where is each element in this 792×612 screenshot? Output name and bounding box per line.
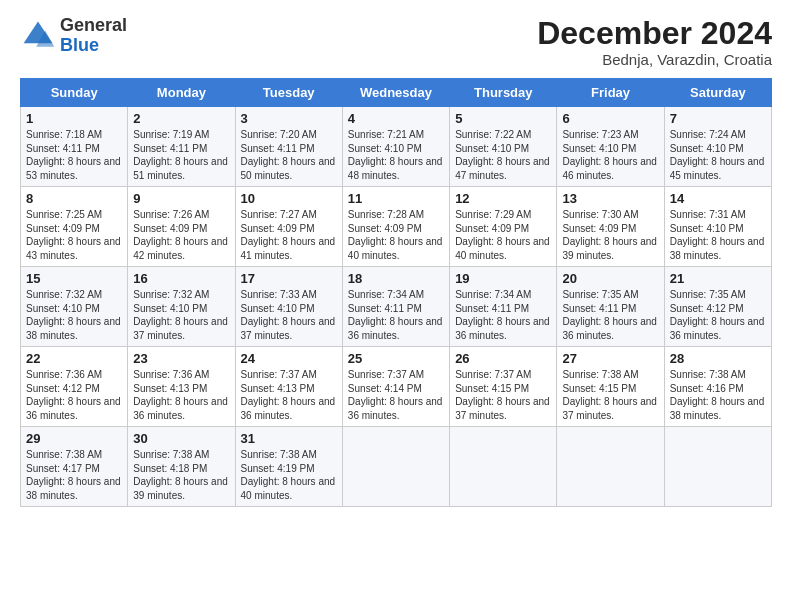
calendar-week-3: 15 Sunrise: 7:32 AMSunset: 4:10 PMDaylig… — [21, 267, 772, 347]
calendar-cell: 8 Sunrise: 7:25 AMSunset: 4:09 PMDayligh… — [21, 187, 128, 267]
logo-text: General Blue — [60, 16, 127, 56]
day-info: Sunrise: 7:35 AMSunset: 4:11 PMDaylight:… — [562, 289, 657, 341]
day-info: Sunrise: 7:29 AMSunset: 4:09 PMDaylight:… — [455, 209, 550, 261]
calendar-cell — [342, 427, 449, 507]
month-title: December 2024 — [537, 16, 772, 51]
day-info: Sunrise: 7:32 AMSunset: 4:10 PMDaylight:… — [133, 289, 228, 341]
calendar-cell: 1 Sunrise: 7:18 AMSunset: 4:11 PMDayligh… — [21, 107, 128, 187]
calendar-cell: 11 Sunrise: 7:28 AMSunset: 4:09 PMDaylig… — [342, 187, 449, 267]
header: General Blue December 2024 Bednja, Varaz… — [20, 16, 772, 68]
weekday-header-thursday: Thursday — [450, 79, 557, 107]
day-number: 23 — [133, 351, 229, 366]
day-info: Sunrise: 7:34 AMSunset: 4:11 PMDaylight:… — [348, 289, 443, 341]
calendar-table: SundayMondayTuesdayWednesdayThursdayFrid… — [20, 78, 772, 507]
day-info: Sunrise: 7:34 AMSunset: 4:11 PMDaylight:… — [455, 289, 550, 341]
day-number: 31 — [241, 431, 337, 446]
weekday-header-friday: Friday — [557, 79, 664, 107]
calendar-cell: 31 Sunrise: 7:38 AMSunset: 4:19 PMDaylig… — [235, 427, 342, 507]
day-info: Sunrise: 7:38 AMSunset: 4:15 PMDaylight:… — [562, 369, 657, 421]
day-info: Sunrise: 7:31 AMSunset: 4:10 PMDaylight:… — [670, 209, 765, 261]
calendar-cell: 30 Sunrise: 7:38 AMSunset: 4:18 PMDaylig… — [128, 427, 235, 507]
day-number: 19 — [455, 271, 551, 286]
logo-icon — [20, 18, 56, 54]
day-number: 5 — [455, 111, 551, 126]
calendar-cell: 2 Sunrise: 7:19 AMSunset: 4:11 PMDayligh… — [128, 107, 235, 187]
day-info: Sunrise: 7:38 AMSunset: 4:19 PMDaylight:… — [241, 449, 336, 501]
day-info: Sunrise: 7:19 AMSunset: 4:11 PMDaylight:… — [133, 129, 228, 181]
calendar-cell: 5 Sunrise: 7:22 AMSunset: 4:10 PMDayligh… — [450, 107, 557, 187]
day-info: Sunrise: 7:24 AMSunset: 4:10 PMDaylight:… — [670, 129, 765, 181]
day-number: 14 — [670, 191, 766, 206]
calendar-cell: 18 Sunrise: 7:34 AMSunset: 4:11 PMDaylig… — [342, 267, 449, 347]
day-number: 8 — [26, 191, 122, 206]
day-info: Sunrise: 7:36 AMSunset: 4:13 PMDaylight:… — [133, 369, 228, 421]
day-number: 2 — [133, 111, 229, 126]
day-number: 18 — [348, 271, 444, 286]
calendar-cell: 20 Sunrise: 7:35 AMSunset: 4:11 PMDaylig… — [557, 267, 664, 347]
weekday-header-sunday: Sunday — [21, 79, 128, 107]
calendar-cell: 12 Sunrise: 7:29 AMSunset: 4:09 PMDaylig… — [450, 187, 557, 267]
day-number: 26 — [455, 351, 551, 366]
day-info: Sunrise: 7:36 AMSunset: 4:12 PMDaylight:… — [26, 369, 121, 421]
day-info: Sunrise: 7:38 AMSunset: 4:17 PMDaylight:… — [26, 449, 121, 501]
day-number: 30 — [133, 431, 229, 446]
day-info: Sunrise: 7:30 AMSunset: 4:09 PMDaylight:… — [562, 209, 657, 261]
calendar-cell: 25 Sunrise: 7:37 AMSunset: 4:14 PMDaylig… — [342, 347, 449, 427]
day-number: 12 — [455, 191, 551, 206]
calendar-cell — [664, 427, 771, 507]
calendar-week-5: 29 Sunrise: 7:38 AMSunset: 4:17 PMDaylig… — [21, 427, 772, 507]
day-info: Sunrise: 7:21 AMSunset: 4:10 PMDaylight:… — [348, 129, 443, 181]
day-info: Sunrise: 7:37 AMSunset: 4:15 PMDaylight:… — [455, 369, 550, 421]
day-number: 22 — [26, 351, 122, 366]
day-info: Sunrise: 7:27 AMSunset: 4:09 PMDaylight:… — [241, 209, 336, 261]
day-number: 20 — [562, 271, 658, 286]
day-info: Sunrise: 7:32 AMSunset: 4:10 PMDaylight:… — [26, 289, 121, 341]
day-info: Sunrise: 7:37 AMSunset: 4:14 PMDaylight:… — [348, 369, 443, 421]
logo: General Blue — [20, 16, 127, 56]
day-info: Sunrise: 7:26 AMSunset: 4:09 PMDaylight:… — [133, 209, 228, 261]
day-number: 21 — [670, 271, 766, 286]
day-number: 11 — [348, 191, 444, 206]
calendar-cell: 15 Sunrise: 7:32 AMSunset: 4:10 PMDaylig… — [21, 267, 128, 347]
calendar-cell — [450, 427, 557, 507]
calendar-cell: 7 Sunrise: 7:24 AMSunset: 4:10 PMDayligh… — [664, 107, 771, 187]
calendar-cell: 6 Sunrise: 7:23 AMSunset: 4:10 PMDayligh… — [557, 107, 664, 187]
title-block: December 2024 Bednja, Varazdin, Croatia — [537, 16, 772, 68]
day-info: Sunrise: 7:22 AMSunset: 4:10 PMDaylight:… — [455, 129, 550, 181]
location: Bednja, Varazdin, Croatia — [537, 51, 772, 68]
calendar-cell: 9 Sunrise: 7:26 AMSunset: 4:09 PMDayligh… — [128, 187, 235, 267]
day-info: Sunrise: 7:38 AMSunset: 4:16 PMDaylight:… — [670, 369, 765, 421]
calendar-cell: 19 Sunrise: 7:34 AMSunset: 4:11 PMDaylig… — [450, 267, 557, 347]
day-number: 28 — [670, 351, 766, 366]
page: General Blue December 2024 Bednja, Varaz… — [0, 0, 792, 612]
weekday-header-wednesday: Wednesday — [342, 79, 449, 107]
calendar-cell: 27 Sunrise: 7:38 AMSunset: 4:15 PMDaylig… — [557, 347, 664, 427]
day-info: Sunrise: 7:23 AMSunset: 4:10 PMDaylight:… — [562, 129, 657, 181]
day-number: 25 — [348, 351, 444, 366]
day-number: 4 — [348, 111, 444, 126]
calendar-week-1: 1 Sunrise: 7:18 AMSunset: 4:11 PMDayligh… — [21, 107, 772, 187]
day-info: Sunrise: 7:20 AMSunset: 4:11 PMDaylight:… — [241, 129, 336, 181]
day-info: Sunrise: 7:28 AMSunset: 4:09 PMDaylight:… — [348, 209, 443, 261]
calendar-cell: 28 Sunrise: 7:38 AMSunset: 4:16 PMDaylig… — [664, 347, 771, 427]
weekday-header-saturday: Saturday — [664, 79, 771, 107]
logo-general: General — [60, 15, 127, 35]
day-number: 15 — [26, 271, 122, 286]
calendar-cell: 13 Sunrise: 7:30 AMSunset: 4:09 PMDaylig… — [557, 187, 664, 267]
day-info: Sunrise: 7:25 AMSunset: 4:09 PMDaylight:… — [26, 209, 121, 261]
calendar-cell: 17 Sunrise: 7:33 AMSunset: 4:10 PMDaylig… — [235, 267, 342, 347]
weekday-header-tuesday: Tuesday — [235, 79, 342, 107]
day-number: 3 — [241, 111, 337, 126]
weekday-header-monday: Monday — [128, 79, 235, 107]
day-info: Sunrise: 7:35 AMSunset: 4:12 PMDaylight:… — [670, 289, 765, 341]
day-number: 1 — [26, 111, 122, 126]
day-number: 17 — [241, 271, 337, 286]
calendar-cell: 3 Sunrise: 7:20 AMSunset: 4:11 PMDayligh… — [235, 107, 342, 187]
calendar-cell: 21 Sunrise: 7:35 AMSunset: 4:12 PMDaylig… — [664, 267, 771, 347]
calendar-week-4: 22 Sunrise: 7:36 AMSunset: 4:12 PMDaylig… — [21, 347, 772, 427]
calendar-cell — [557, 427, 664, 507]
day-number: 10 — [241, 191, 337, 206]
day-number: 6 — [562, 111, 658, 126]
day-number: 27 — [562, 351, 658, 366]
calendar-cell: 23 Sunrise: 7:36 AMSunset: 4:13 PMDaylig… — [128, 347, 235, 427]
